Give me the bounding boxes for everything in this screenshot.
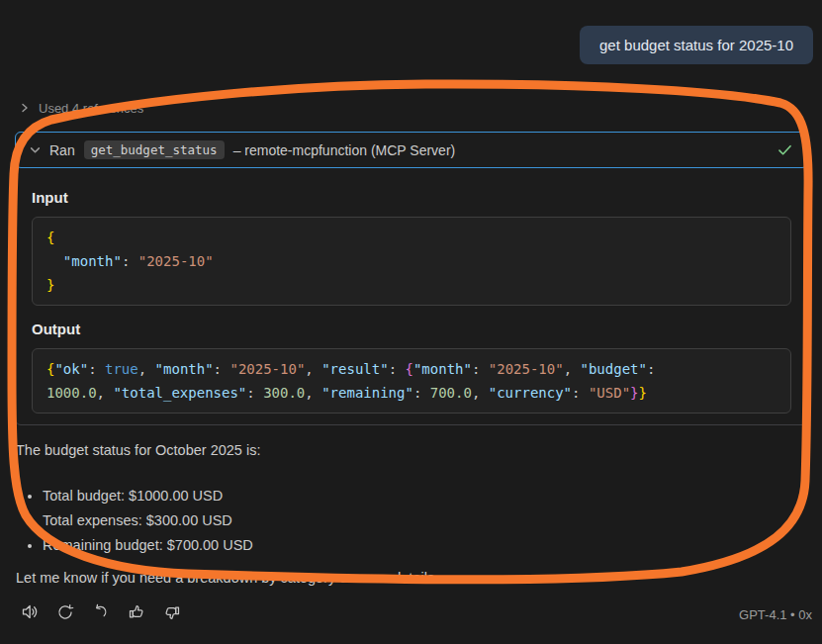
response-outro: Let me know if you need a breakdown by c… [16,570,438,586]
ran-label: Ran [49,142,75,158]
user-message-bubble: get budget status for 2025-10 [580,26,813,64]
chat-panel: get budget status for 2025-10 Used 4 ref… [0,0,822,644]
refresh-icon [55,602,75,625]
regenerate-button[interactable] [53,601,77,625]
speaker-icon [20,601,41,625]
references-label: Used 4 references [39,101,143,116]
user-message-text: get budget status for 2025-10 [599,37,793,53]
tool-name-chip: get_budget_status [84,140,225,159]
tool-call-card: Ran get_budget_status – remote-mcpfuncti… [15,132,808,425]
chevron-down-icon [30,142,41,158]
read-aloud-button[interactable] [18,601,42,625]
chevron-right-icon [20,101,30,116]
output-code-block: {"ok": true, "month": "2025-10", "result… [32,348,791,414]
undo-arrow-icon [91,602,111,625]
code-line: { [46,226,776,249]
tool-call-body: Input { "month": "2025-10"} Output {"ok"… [16,168,807,414]
response-toolbar [18,601,184,625]
response-intro: The budget status for October 2025 is: [16,442,260,458]
code-line: 1000.0, "total_expenses": 300.0, "remain… [46,381,776,405]
input-code-block: { "month": "2025-10"} [32,217,791,306]
server-label: – remote-mcpfunction (MCP Server) [233,142,456,158]
tool-call-header[interactable]: Ran get_budget_status – remote-mcpfuncti… [15,132,808,168]
code-line: {"ok": true, "month": "2025-10", "result… [46,357,776,381]
thumbs-up-icon [127,602,146,625]
code-line: } [46,273,776,297]
output-label: Output [32,321,791,337]
list-item: Remaining budget: $700.00 USD [43,533,253,558]
list-item: Total expenses: $300.00 USD [43,508,253,533]
references-toggle[interactable]: Used 4 references [20,101,143,116]
code-line: "month": "2025-10" [46,249,776,273]
thumbs-up-button[interactable] [125,601,148,625]
model-indicator: GPT-4.1 • 0x [739,607,812,622]
list-item: Total budget: $1000.00 USD [43,484,253,508]
thumbs-down-button[interactable] [160,601,184,625]
budget-summary-list: Total budget: $1000.00 USD Total expense… [16,484,253,558]
thumbs-down-icon [162,602,182,625]
undo-button[interactable] [89,601,113,625]
check-icon [776,141,793,158]
input-label: Input [32,189,791,206]
